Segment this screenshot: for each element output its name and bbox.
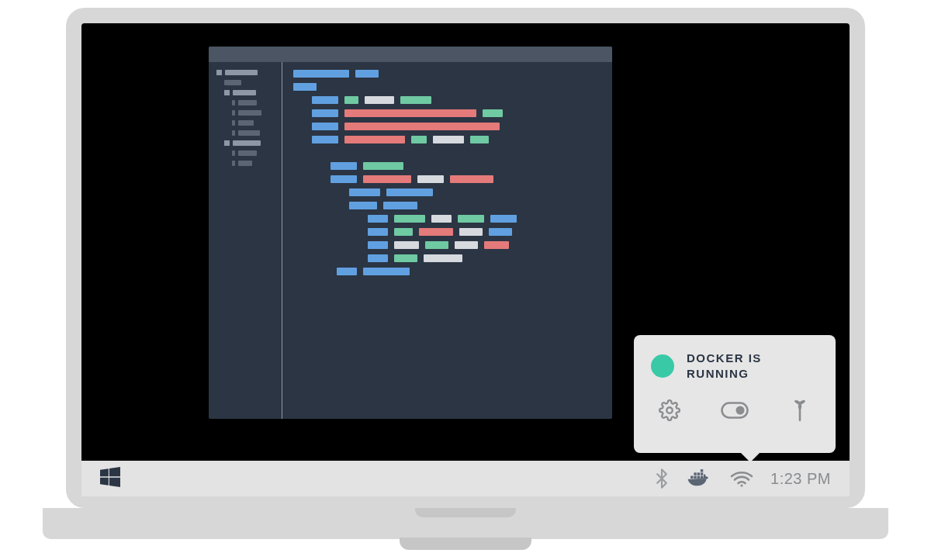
start-button[interactable] xyxy=(100,467,120,490)
windows-logo-icon xyxy=(100,467,120,487)
svg-point-11 xyxy=(740,484,742,486)
system-tray: 1:23 PM xyxy=(654,468,831,489)
settings-button[interactable] xyxy=(654,395,685,426)
svg-rect-9 xyxy=(701,472,703,475)
svg-point-0 xyxy=(666,407,672,413)
wifi-icon xyxy=(730,470,753,487)
bluetooth-icon xyxy=(654,468,670,489)
editor-file-tree[interactable] xyxy=(209,62,282,419)
screen-bezel: DOCKER IS RUNNING xyxy=(66,8,865,508)
laptop-base xyxy=(43,508,888,539)
svg-rect-8 xyxy=(697,472,700,475)
svg-rect-4 xyxy=(694,476,696,479)
svg-point-2 xyxy=(736,406,745,415)
wrench-icon xyxy=(790,399,810,422)
svg-rect-7 xyxy=(694,472,696,475)
docker-tray-item[interactable] xyxy=(687,468,713,489)
svg-rect-3 xyxy=(690,476,693,479)
desktop-screen: DOCKER IS RUNNING xyxy=(81,23,850,496)
toggle-button[interactable] xyxy=(719,395,750,426)
bluetooth-tray-item[interactable] xyxy=(654,468,670,489)
svg-rect-10 xyxy=(701,469,703,472)
laptop-frame: DOCKER IS RUNNING xyxy=(43,0,888,539)
taskbar-clock[interactable]: 1:23 PM xyxy=(770,470,831,488)
laptop-notch xyxy=(415,508,516,517)
svg-rect-5 xyxy=(697,476,700,479)
wifi-tray-item[interactable] xyxy=(730,470,753,487)
docker-status-popover: DOCKER IS RUNNING xyxy=(634,335,836,453)
docker-whale-icon xyxy=(687,468,713,489)
editor-titlebar[interactable] xyxy=(209,47,612,62)
tools-button[interactable] xyxy=(784,395,815,426)
editor-code-area[interactable] xyxy=(282,62,612,419)
code-editor-window xyxy=(209,47,612,419)
docker-status-label: DOCKER IS RUNNING xyxy=(687,351,819,381)
toggle-icon xyxy=(721,402,749,419)
windows-taskbar: 1:23 PM xyxy=(81,461,850,496)
gear-icon xyxy=(659,399,680,421)
status-indicator-icon xyxy=(651,354,674,378)
